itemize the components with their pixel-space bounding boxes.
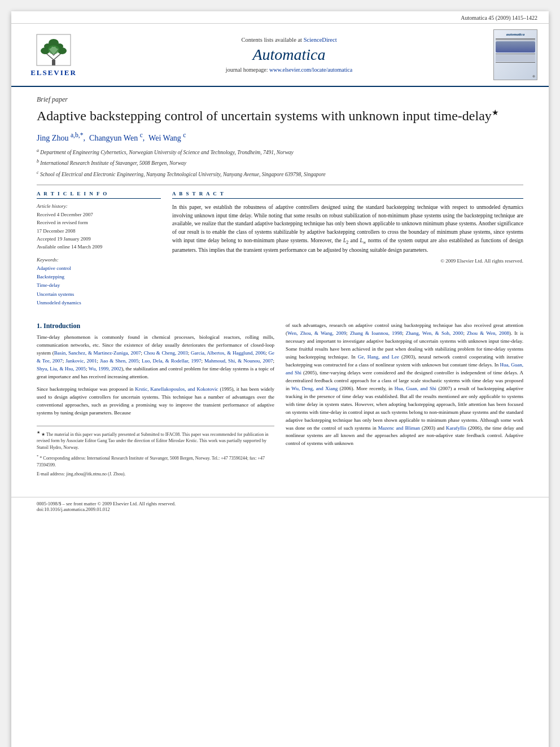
body-left-col: 1. Introduction Time-delay phenomenon is… [37,322,274,480]
keywords-section: Keywords: Adaptive control Backstepping … [37,257,161,307]
keywords-label: Keywords: [37,257,161,263]
paper-title: Adaptive backstepping control of uncerta… [37,107,523,125]
authors-line: Jing Zhou a,b,*, Changyun Wen c, Wei Wan… [37,132,523,143]
homepage-text: journal homepage: [226,67,268,73]
svg-point-10 [48,45,59,54]
paper-title-text: Adaptive backstepping control of uncerta… [37,108,492,123]
article-info-col: A R T I C L E I N F O Article history: R… [37,191,161,313]
cover-icon: ⊕ [532,74,535,78]
doi-text: doi:10.1016/j.automatica.2009.01.012 [37,506,110,512]
copyright-text: © 2009 Elsevier Ltd. All rights reserved… [172,258,523,264]
keyword-4: Uncertain systems [37,290,161,299]
history-label: Article history: [37,203,161,209]
affiliation-c-text: School of Electrical and Electronic Engi… [40,172,326,177]
journal-title: Automatica [85,46,493,64]
affiliation-a: a Department of Engineering Cybernetics,… [37,147,523,157]
elsevier-text: ELSEVIER [30,68,77,77]
paper-category: Brief paper [37,95,523,104]
footnote-star-text: ★ The material in this paper was partial… [37,431,268,450]
homepage-line: journal homepage: www.elsevier.com/locat… [85,67,493,73]
elsevier-logo: ELSEVIER [23,33,85,77]
accepted-date: Accepted 19 January 2009 [37,235,161,243]
body-right-text: of such advantages, research on adaptive… [286,322,523,448]
abstract-label: A B S T R A C T [172,191,523,199]
keyword-3: Time-delay [37,281,161,290]
sciencedirect-link[interactable]: ScienceDirect [304,37,337,43]
article-meta-section: A R T I C L E I N F O Article history: R… [37,191,523,313]
intro-paragraph-2: Since backstepping technique was propose… [37,386,274,417]
bottom-bar: 0005-1098/$ – see front matter © 2009 El… [11,497,549,516]
contents-line: Contents lists available at ScienceDirec… [85,37,493,43]
author-2: Changyun Wen c [89,134,143,142]
keywords-list: Adaptive control Backstepping Time-delay… [37,264,161,307]
article-history: Article history: Received 4 December 200… [37,203,161,251]
main-content: Brief paper Adaptive backstepping contro… [11,87,549,491]
volume-info: Automatica 45 (2009) 1415–1422 [11,11,549,24]
intro-heading: 1. Introduction [37,322,274,330]
received-date: Received 4 December 2007 [37,211,161,219]
volume-issue-text: Automatica 45 (2009) 1415–1422 [461,15,537,21]
available-date: Available online 14 March 2009 [37,243,161,251]
page: Automatica 45 (2009) 1415–1422 [11,11,549,747]
abstract-col: A B S T R A C T In this paper, we establ… [172,191,523,313]
svg-rect-0 [52,60,55,65]
journal-header: ELSEVIER Contents lists available at Sci… [11,24,549,87]
author-3: Wei Wang c [148,134,186,142]
footnote-corresponding-text: * Corresponding address: International R… [37,456,265,468]
affiliation-c: c School of Electrical and Electronic En… [37,169,523,179]
homepage-url[interactable]: www.elsevier.com/locate/automatica [269,67,352,73]
keyword-2: Backstepping [37,273,161,281]
author-1: Jing Zhou a,b,* [37,134,84,142]
keyword-5: Unmodeled dynamics [37,299,161,307]
issn-text: 0005-1098/$ – see front matter © 2009 El… [37,501,176,506]
body-section: 1. Introduction Time-delay phenomenon is… [37,322,523,480]
received-revised-label: Received in revised form [37,219,161,226]
cover-decoration [496,38,535,63]
abstract-text: In this paper, we establish the robustne… [172,203,523,255]
revised-date: 17 December 2008 [37,227,161,235]
footnote-email-text: E-mail address: jing.zhou@itk.ntnu.no (J… [37,471,125,477]
footnote-star: ★ ★ The material in this paper was parti… [37,430,274,452]
footnote-email: E-mail address: jing.zhou@itk.ntnu.no (J… [37,471,274,478]
body-right-col: of such advantages, research on adaptive… [286,322,523,480]
intro-paragraph-1: Time-delay phenomenon is commonly found … [37,334,274,381]
affiliations: a Department of Engineering Cybernetics,… [37,147,523,179]
title-star: ★ [492,108,499,117]
affiliation-b: b International Research Institute of St… [37,158,523,168]
divider-1 [37,185,523,185]
footnote-corresponding: * * Corresponding address: International… [37,453,274,469]
elsevier-tree-icon [34,33,73,67]
affiliation-b-text: International Research Institute of Stav… [40,160,186,166]
keyword-1: Adaptive control [37,264,161,273]
affiliation-a-text: Department of Engineering Cybernetics, N… [40,150,293,155]
footnotes: ★ ★ The material in this paper was parti… [37,426,274,478]
journal-center: Contents lists available at ScienceDirec… [85,37,493,73]
article-info-label: A R T I C L E I N F O [37,191,161,199]
journal-cover-thumbnail: automatica ⊕ [493,29,537,80]
contents-text: Contents lists available at [241,37,302,43]
